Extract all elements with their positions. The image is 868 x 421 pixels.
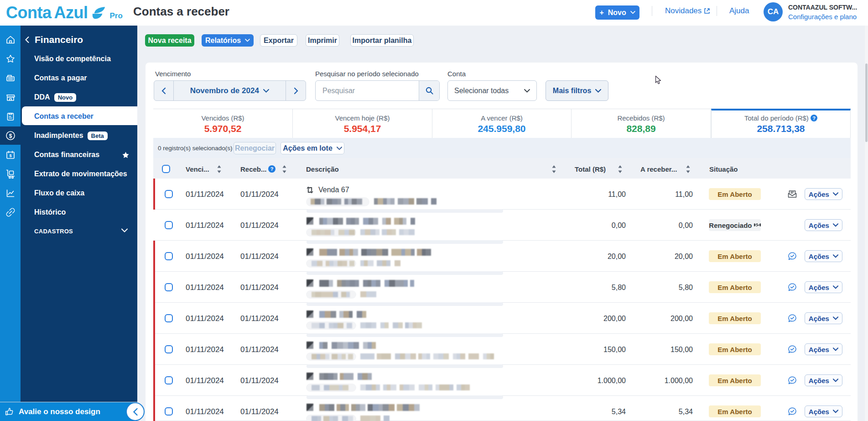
svg-text:$: $ [9, 153, 11, 158]
svg-text:$: $ [9, 133, 12, 139]
